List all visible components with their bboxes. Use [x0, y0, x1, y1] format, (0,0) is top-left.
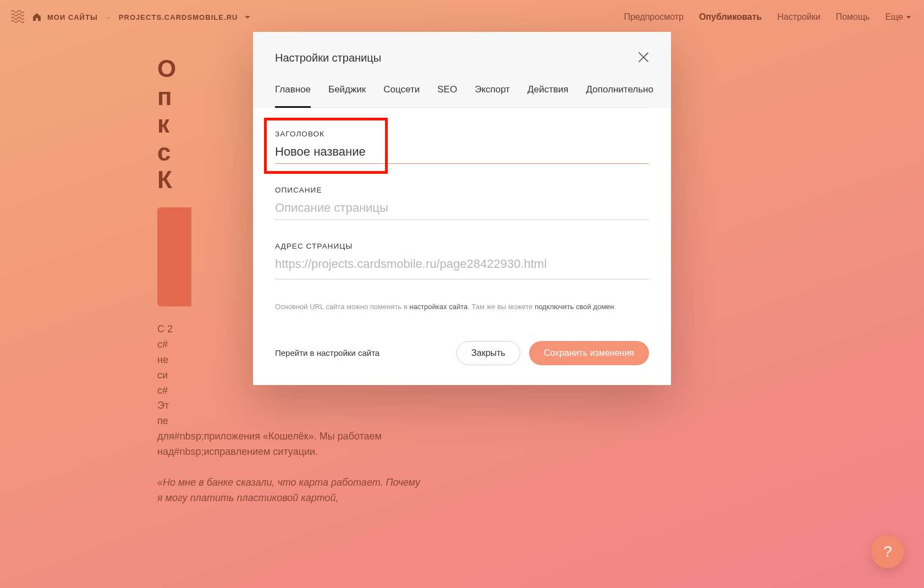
modal-header: Настройки страницы Главное Бейджик Соцсе… — [253, 32, 671, 108]
field-description: ОПИСАНИЕ — [275, 186, 649, 220]
tab-advanced[interactable]: Дополнительно — [586, 84, 653, 107]
modal-footer: Перейти в настройки сайта Закрыть Сохран… — [253, 326, 671, 385]
hint-link-domain[interactable]: подключить свой домен — [535, 303, 614, 311]
description-input[interactable] — [275, 199, 649, 220]
title-input[interactable] — [275, 142, 649, 164]
help-fab-button[interactable]: ? — [871, 535, 904, 568]
go-to-site-settings-link[interactable]: Перейти в настройки сайта — [275, 348, 380, 358]
tab-seo[interactable]: SEO — [437, 84, 457, 107]
modal-title: Настройки страницы — [275, 52, 649, 64]
tab-social[interactable]: Соцсети — [383, 84, 420, 107]
field-title-label: ЗАГОЛОВОК — [275, 130, 649, 138]
close-button[interactable]: Закрыть — [457, 341, 520, 365]
field-url: АДРЕС СТРАНИЦЫ https://projects.cardsmob… — [275, 242, 649, 279]
hint-link-site-settings[interactable]: настройках сайта — [409, 303, 468, 311]
modal-body: ЗАГОЛОВОК ОПИСАНИЕ АДРЕС СТРАНИЦЫ https:… — [253, 108, 671, 326]
close-icon[interactable] — [636, 50, 651, 65]
help-icon: ? — [883, 543, 892, 560]
tab-main[interactable]: Главное — [275, 84, 311, 108]
field-title: ЗАГОЛОВОК — [275, 130, 649, 164]
url-prefix: https://projects.cardsmobile.ru/ — [275, 257, 440, 271]
save-button[interactable]: Сохранить изменения — [529, 341, 649, 365]
field-url-label: АДРЕС СТРАНИЦЫ — [275, 242, 649, 250]
field-description-label: ОПИСАНИЕ — [275, 186, 649, 194]
url-hint: Основной URL сайта можно поменять в наст… — [275, 301, 649, 312]
url-input[interactable] — [440, 255, 649, 276]
page-settings-modal: Настройки страницы Главное Бейджик Соцсе… — [253, 32, 671, 385]
tab-badge[interactable]: Бейджик — [328, 84, 366, 107]
tab-export[interactable]: Экспорт — [475, 84, 510, 107]
modal-tabs: Главное Бейджик Соцсети SEO Экспорт Дейс… — [275, 84, 649, 108]
modal-overlay: Настройки страницы Главное Бейджик Соцсе… — [0, 0, 924, 588]
tab-actions[interactable]: Действия — [527, 84, 568, 107]
